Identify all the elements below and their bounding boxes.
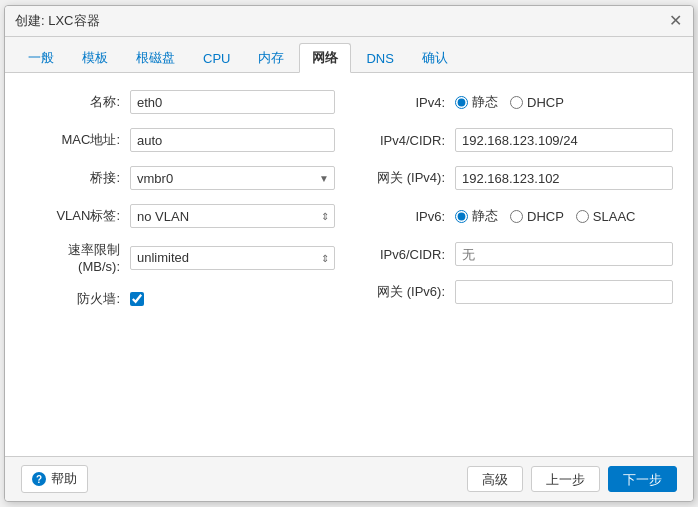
ipv4-label: IPv4: <box>355 95 455 110</box>
right-panel: IPv4: 静态 DHCP IPv4/CIDR: <box>355 89 673 440</box>
ipv6cidr-label: IPv6/CIDR: <box>355 247 455 262</box>
bridge-label: 桥接: <box>25 169 130 187</box>
rate-row: 速率限制 (MB/s): unlimited ⇕ <box>25 241 335 274</box>
footer-actions: 高级 上一步 下一步 <box>467 466 677 492</box>
tab-memory[interactable]: 内存 <box>245 43 297 73</box>
ipv6-dhcp-radio[interactable] <box>510 210 523 223</box>
ipv6-slaac-radio[interactable] <box>576 210 589 223</box>
tab-general[interactable]: 一般 <box>15 43 67 73</box>
ipv4-static-radio[interactable] <box>455 96 468 109</box>
ipv6-static-text: 静态 <box>472 207 498 225</box>
name-label: 名称: <box>25 93 130 111</box>
ipv4-dhcp-label[interactable]: DHCP <box>510 95 564 110</box>
ipv6-static-label[interactable]: 静态 <box>455 207 498 225</box>
tab-bar: 一般 模板 根磁盘 CPU 内存 网络 DNS 确认 <box>5 37 693 73</box>
ipv6cidr-control <box>455 242 673 266</box>
rate-select[interactable]: unlimited <box>130 246 335 270</box>
mac-label: MAC地址: <box>25 131 130 149</box>
mac-control <box>130 128 335 152</box>
ipv4cidr-control <box>455 128 673 152</box>
main-window: 创建: LXC容器 ✕ 一般 模板 根磁盘 CPU 内存 网络 DNS 确认 名… <box>4 5 694 502</box>
ipv4cidr-label: IPv4/CIDR: <box>355 133 455 148</box>
ipv6-slaac-label[interactable]: SLAAC <box>576 209 636 224</box>
ipv4cidr-row: IPv4/CIDR: <box>355 127 673 153</box>
tab-cpu[interactable]: CPU <box>190 45 243 72</box>
tab-template[interactable]: 模板 <box>69 43 121 73</box>
vlan-control: no VLAN ⇕ <box>130 204 335 228</box>
ipv6-row: IPv6: 静态 DHCP SLAAC <box>355 203 673 229</box>
tab-confirm[interactable]: 确认 <box>409 43 461 73</box>
firewall-label: 防火墙: <box>25 290 130 308</box>
mac-input[interactable] <box>130 128 335 152</box>
firewall-row: 防火墙: <box>25 286 335 312</box>
gateway-ipv6-label: 网关 (IPv6): <box>355 283 455 301</box>
mac-row: MAC地址: <box>25 127 335 153</box>
help-icon: ? <box>32 472 46 486</box>
ipv6-static-radio[interactable] <box>455 210 468 223</box>
vlan-label: VLAN标签: <box>25 207 130 225</box>
ipv6cidr-input[interactable] <box>455 242 673 266</box>
help-button[interactable]: ? 帮助 <box>21 465 88 493</box>
title-bar: 创建: LXC容器 ✕ <box>5 6 693 37</box>
bridge-select[interactable]: vmbr0 <box>130 166 335 190</box>
ipv6-slaac-text: SLAAC <box>593 209 636 224</box>
ipv6-label: IPv6: <box>355 209 455 224</box>
name-row: 名称: <box>25 89 335 115</box>
content-area: 名称: MAC地址: 桥接: vmbr0 <box>5 73 693 456</box>
ipv4cidr-input[interactable] <box>455 128 673 152</box>
gateway-ipv4-control <box>455 166 673 190</box>
ipv4-row: IPv4: 静态 DHCP <box>355 89 673 115</box>
gateway-ipv4-row: 网关 (IPv4): <box>355 165 673 191</box>
prev-button[interactable]: 上一步 <box>531 466 600 492</box>
firewall-checkbox[interactable] <box>130 292 144 306</box>
close-button[interactable]: ✕ <box>667 13 683 29</box>
gateway-ipv4-input[interactable] <box>455 166 673 190</box>
vlan-row: VLAN标签: no VLAN ⇕ <box>25 203 335 229</box>
footer: ? 帮助 高级 上一步 下一步 <box>5 456 693 501</box>
ipv4-dhcp-text: DHCP <box>527 95 564 110</box>
rate-label: 速率限制 (MB/s): <box>25 241 130 274</box>
ipv6-control: 静态 DHCP SLAAC <box>455 207 673 225</box>
ipv4-dhcp-radio[interactable] <box>510 96 523 109</box>
bridge-row: 桥接: vmbr0 ▼ <box>25 165 335 191</box>
gateway-ipv6-input[interactable] <box>455 280 673 304</box>
window-title: 创建: LXC容器 <box>15 12 100 30</box>
next-button[interactable]: 下一步 <box>608 466 677 492</box>
ipv4-static-label[interactable]: 静态 <box>455 93 498 111</box>
ipv6cidr-row: IPv6/CIDR: <box>355 241 673 267</box>
name-control <box>130 90 335 114</box>
tab-dns[interactable]: DNS <box>353 45 406 72</box>
ipv4-static-text: 静态 <box>472 93 498 111</box>
left-panel: 名称: MAC地址: 桥接: vmbr0 <box>25 89 335 440</box>
gateway-ipv6-control <box>455 280 673 304</box>
vlan-select[interactable]: no VLAN <box>130 204 335 228</box>
name-input[interactable] <box>130 90 335 114</box>
gateway-ipv6-row: 网关 (IPv6): <box>355 279 673 305</box>
advanced-button[interactable]: 高级 <box>467 466 523 492</box>
tab-network[interactable]: 网络 <box>299 43 351 73</box>
ipv4-control: 静态 DHCP <box>455 93 673 111</box>
help-label: 帮助 <box>51 470 77 488</box>
bridge-control: vmbr0 ▼ <box>130 166 335 190</box>
rate-control: unlimited ⇕ <box>130 246 335 270</box>
firewall-control <box>130 292 335 306</box>
ipv6-dhcp-text: DHCP <box>527 209 564 224</box>
tab-disk[interactable]: 根磁盘 <box>123 43 188 73</box>
ipv6-dhcp-label[interactable]: DHCP <box>510 209 564 224</box>
gateway-ipv4-label: 网关 (IPv4): <box>355 169 455 187</box>
